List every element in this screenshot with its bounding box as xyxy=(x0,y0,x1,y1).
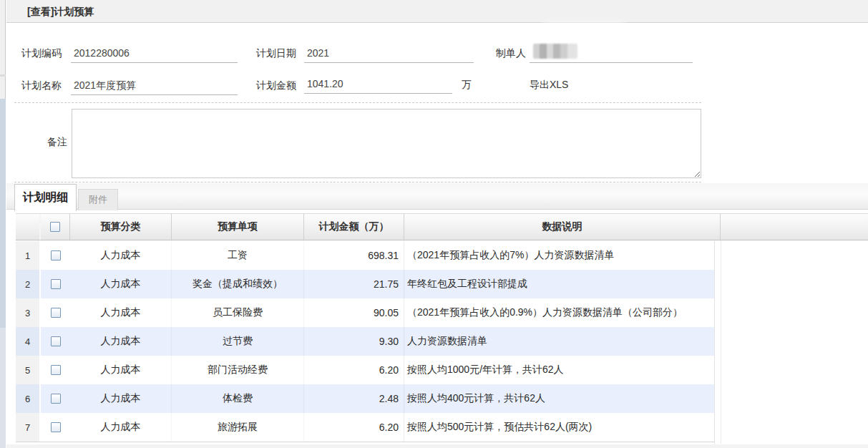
cell-plan-amount: 90.05 xyxy=(304,298,404,327)
tab-attachments[interactable]: 附件 xyxy=(78,189,118,210)
cell-data-note: 年终红包及工程设计部提成 xyxy=(404,270,714,298)
row-checkbox[interactable] xyxy=(51,394,61,404)
creator-label: 制单人 xyxy=(496,46,526,60)
table-body-right-edge xyxy=(714,241,715,444)
table-row[interactable]: 2 人力成本 奖金（提成和绩效） 21.75 年终红包及工程设计部提成 xyxy=(16,270,714,298)
row-number: 5 xyxy=(16,356,41,384)
plan-date-input[interactable]: 2021 xyxy=(304,44,474,63)
row-number: 1 xyxy=(16,241,41,270)
plan-date-label: 计划日期 xyxy=(256,46,296,60)
export-xls-button[interactable]: 导出XLS xyxy=(530,79,568,92)
row-checkbox-cell xyxy=(41,327,70,356)
cell-data-note: （2021年预算占收入的0.9%）人力资源数据清单（公司部分） xyxy=(404,298,714,327)
cell-plan-amount: 2.48 xyxy=(304,384,404,413)
table-row[interactable]: 4 人力成本 过节费 9.30 人力资源数据清单 xyxy=(16,327,714,356)
remarks-textarea[interactable] xyxy=(72,109,701,178)
row-checkbox[interactable] xyxy=(51,422,61,432)
row-number: 3 xyxy=(16,298,41,327)
row-number: 2 xyxy=(16,270,41,298)
plan-code-label: 计划编码 xyxy=(21,46,62,60)
column-header-filler xyxy=(721,214,868,240)
table-row[interactable]: 7 人力成本 旅游拓展 6.20 按照人均500元计算，预估共计62人(两次) xyxy=(16,413,714,442)
table-row[interactable]: 6 人力成本 体检费 2.48 按照人均400元计算，共计62人 xyxy=(16,384,714,413)
row-checkbox[interactable] xyxy=(51,250,61,260)
bottom-edge xyxy=(6,444,868,448)
cell-plan-amount: 6.20 xyxy=(304,413,404,442)
plan-amount-input[interactable]: 1041.20 xyxy=(304,74,452,94)
row-checkbox[interactable] xyxy=(51,279,61,289)
row-checkbox-cell xyxy=(41,241,70,270)
page-title: [查看]计划预算 xyxy=(27,0,94,23)
cell-budget-category: 人力成本 xyxy=(70,298,172,327)
cell-budget-item: 员工保险费 xyxy=(172,298,304,327)
view-plan-budget-window: [查看]计划预算 计划编码 2012280006 计划日期 2021 制单人 计… xyxy=(0,0,868,448)
cell-budget-item: 奖金（提成和绩效） xyxy=(172,270,304,298)
tab-plan-details[interactable]: 计划明细 xyxy=(14,184,77,211)
background-page-edge xyxy=(0,0,6,448)
row-checkbox-cell xyxy=(41,298,70,327)
column-header-plan-amount[interactable]: 计划金额（万） xyxy=(304,214,404,240)
plan-amount-label: 计划金额 xyxy=(256,78,296,92)
creator-name-redacted xyxy=(533,44,577,59)
cell-plan-amount: 21.75 xyxy=(304,270,404,298)
cell-data-note: 按照人均400元计算，共计62人 xyxy=(404,384,714,413)
cell-data-note: （2021年预算占收入的7%）人力资源数据清单 xyxy=(404,241,714,270)
tab-strip xyxy=(6,183,868,210)
cell-budget-category: 人力成本 xyxy=(70,384,172,413)
table-body: 1 人力成本 工资 698.31 （2021年预算占收入的7%）人力资源数据清单… xyxy=(16,241,714,442)
row-number: 4 xyxy=(16,327,41,356)
row-checkbox[interactable] xyxy=(51,365,61,375)
title-bar: [查看]计划预算 xyxy=(6,0,868,23)
cell-budget-item: 体检费 xyxy=(172,384,304,413)
table-row[interactable]: 5 人力成本 部门活动经费 6.20 按照人均1000元/年计算，共计62人 xyxy=(16,356,714,384)
cell-budget-category: 人力成本 xyxy=(70,270,172,298)
column-header-data-note[interactable]: 数据说明 xyxy=(404,214,721,240)
plan-code-input[interactable]: 2012280006 xyxy=(71,44,238,63)
cell-budget-category: 人力成本 xyxy=(70,356,172,384)
column-header-budget-category[interactable]: 预算分类 xyxy=(70,214,172,240)
plan-name-input[interactable]: 2021年度预算 xyxy=(71,76,238,95)
cell-budget-category: 人力成本 xyxy=(70,241,172,270)
table-row[interactable]: 3 人力成本 员工保险费 90.05 （2021年预算占收入的0.9%）人力资源… xyxy=(16,298,714,327)
remarks-label: 备注 xyxy=(47,136,67,149)
cell-budget-item: 部门活动经费 xyxy=(172,356,304,384)
filler-column-divider xyxy=(721,240,721,444)
header-row-number-cell xyxy=(16,214,41,240)
cell-budget-item: 旅游拓展 xyxy=(172,413,304,442)
plan-amount-unit: 万 xyxy=(462,79,472,92)
row-checkbox-cell xyxy=(41,270,70,298)
column-header-budget-item[interactable]: 预算单项 xyxy=(172,214,304,240)
table-header: 预算分类 预算单项 计划金额（万） 数据说明 xyxy=(16,213,868,240)
cell-data-note: 人力资源数据清单 xyxy=(404,327,714,356)
cell-plan-amount: 6.20 xyxy=(304,356,404,384)
plan-name-label: 计划名称 xyxy=(21,78,62,92)
cell-budget-item: 过节费 xyxy=(172,327,304,356)
cell-budget-category: 人力成本 xyxy=(70,327,172,356)
row-checkbox[interactable] xyxy=(51,308,61,318)
cell-data-note: 按照人均500元计算，预估共计62人(两次) xyxy=(404,413,714,442)
row-checkbox-cell xyxy=(41,356,70,384)
table-row[interactable]: 1 人力成本 工资 698.31 （2021年预算占收入的7%）人力资源数据清单 xyxy=(16,241,714,270)
select-all-checkbox[interactable] xyxy=(50,222,60,232)
row-checkbox-cell xyxy=(41,413,70,442)
row-number: 7 xyxy=(16,413,41,442)
row-number: 6 xyxy=(16,384,41,413)
cell-data-note: 按照人均1000元/年计算，共计62人 xyxy=(404,356,714,384)
header-checkbox-cell xyxy=(41,214,70,240)
creator-name-redaction-halo xyxy=(542,24,625,44)
cell-budget-category: 人力成本 xyxy=(70,413,172,442)
cell-plan-amount: 9.30 xyxy=(304,327,404,356)
separator-bottom xyxy=(14,182,701,182)
cell-plan-amount: 698.31 xyxy=(304,241,404,270)
cell-budget-item: 工资 xyxy=(172,241,304,270)
separator-top xyxy=(14,102,701,103)
row-checkbox-cell xyxy=(41,384,70,413)
row-checkbox[interactable] xyxy=(51,336,61,346)
